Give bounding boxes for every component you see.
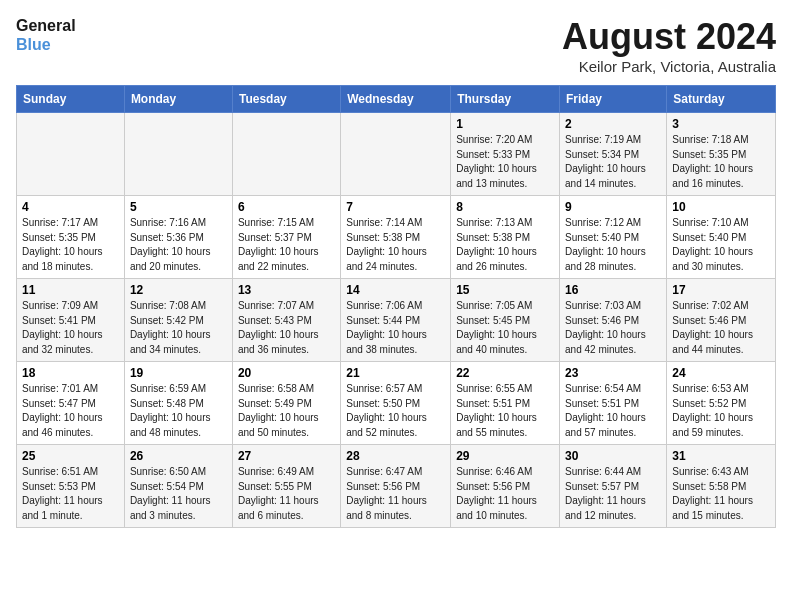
calendar-cell: 14Sunrise: 7:06 AM Sunset: 5:44 PM Dayli… xyxy=(341,279,451,362)
calendar-cell: 17Sunrise: 7:02 AM Sunset: 5:46 PM Dayli… xyxy=(667,279,776,362)
calendar-cell: 3Sunrise: 7:18 AM Sunset: 5:35 PM Daylig… xyxy=(667,113,776,196)
calendar-cell: 31Sunrise: 6:43 AM Sunset: 5:58 PM Dayli… xyxy=(667,445,776,528)
day-info: Sunrise: 7:12 AM Sunset: 5:40 PM Dayligh… xyxy=(565,216,661,274)
week-row-1: 1Sunrise: 7:20 AM Sunset: 5:33 PM Daylig… xyxy=(17,113,776,196)
day-info: Sunrise: 6:54 AM Sunset: 5:51 PM Dayligh… xyxy=(565,382,661,440)
day-info: Sunrise: 7:10 AM Sunset: 5:40 PM Dayligh… xyxy=(672,216,770,274)
day-number: 30 xyxy=(565,449,661,463)
day-number: 14 xyxy=(346,283,445,297)
day-number: 19 xyxy=(130,366,227,380)
calendar-cell: 13Sunrise: 7:07 AM Sunset: 5:43 PM Dayli… xyxy=(232,279,340,362)
day-info: Sunrise: 7:14 AM Sunset: 5:38 PM Dayligh… xyxy=(346,216,445,274)
day-number: 23 xyxy=(565,366,661,380)
logo-line1: General xyxy=(16,16,76,35)
header-day-wednesday: Wednesday xyxy=(341,86,451,113)
day-info: Sunrise: 7:01 AM Sunset: 5:47 PM Dayligh… xyxy=(22,382,119,440)
title-area: August 2024 Keilor Park, Victoria, Austr… xyxy=(562,16,776,75)
calendar-table: SundayMondayTuesdayWednesdayThursdayFrid… xyxy=(16,85,776,528)
logo-line2: Blue xyxy=(16,35,76,54)
day-info: Sunrise: 7:15 AM Sunset: 5:37 PM Dayligh… xyxy=(238,216,335,274)
calendar-cell: 25Sunrise: 6:51 AM Sunset: 5:53 PM Dayli… xyxy=(17,445,125,528)
month-title: August 2024 xyxy=(562,16,776,58)
day-number: 15 xyxy=(456,283,554,297)
day-info: Sunrise: 7:03 AM Sunset: 5:46 PM Dayligh… xyxy=(565,299,661,357)
day-info: Sunrise: 7:18 AM Sunset: 5:35 PM Dayligh… xyxy=(672,133,770,191)
day-info: Sunrise: 6:44 AM Sunset: 5:57 PM Dayligh… xyxy=(565,465,661,523)
calendar-cell: 30Sunrise: 6:44 AM Sunset: 5:57 PM Dayli… xyxy=(560,445,667,528)
day-info: Sunrise: 6:51 AM Sunset: 5:53 PM Dayligh… xyxy=(22,465,119,523)
day-number: 26 xyxy=(130,449,227,463)
calendar-cell xyxy=(124,113,232,196)
day-number: 1 xyxy=(456,117,554,131)
day-number: 2 xyxy=(565,117,661,131)
day-number: 10 xyxy=(672,200,770,214)
calendar-cell: 23Sunrise: 6:54 AM Sunset: 5:51 PM Dayli… xyxy=(560,362,667,445)
day-info: Sunrise: 6:50 AM Sunset: 5:54 PM Dayligh… xyxy=(130,465,227,523)
day-info: Sunrise: 7:19 AM Sunset: 5:34 PM Dayligh… xyxy=(565,133,661,191)
calendar-cell: 24Sunrise: 6:53 AM Sunset: 5:52 PM Dayli… xyxy=(667,362,776,445)
day-number: 29 xyxy=(456,449,554,463)
day-number: 6 xyxy=(238,200,335,214)
day-number: 3 xyxy=(672,117,770,131)
day-number: 7 xyxy=(346,200,445,214)
calendar-cell: 20Sunrise: 6:58 AM Sunset: 5:49 PM Dayli… xyxy=(232,362,340,445)
day-info: Sunrise: 7:05 AM Sunset: 5:45 PM Dayligh… xyxy=(456,299,554,357)
header-day-tuesday: Tuesday xyxy=(232,86,340,113)
day-info: Sunrise: 6:43 AM Sunset: 5:58 PM Dayligh… xyxy=(672,465,770,523)
week-row-5: 25Sunrise: 6:51 AM Sunset: 5:53 PM Dayli… xyxy=(17,445,776,528)
calendar-cell: 19Sunrise: 6:59 AM Sunset: 5:48 PM Dayli… xyxy=(124,362,232,445)
day-number: 9 xyxy=(565,200,661,214)
day-number: 13 xyxy=(238,283,335,297)
day-number: 27 xyxy=(238,449,335,463)
day-number: 28 xyxy=(346,449,445,463)
header-day-saturday: Saturday xyxy=(667,86,776,113)
day-number: 12 xyxy=(130,283,227,297)
day-info: Sunrise: 6:59 AM Sunset: 5:48 PM Dayligh… xyxy=(130,382,227,440)
day-info: Sunrise: 7:02 AM Sunset: 5:46 PM Dayligh… xyxy=(672,299,770,357)
header-day-monday: Monday xyxy=(124,86,232,113)
calendar-cell: 16Sunrise: 7:03 AM Sunset: 5:46 PM Dayli… xyxy=(560,279,667,362)
day-info: Sunrise: 6:58 AM Sunset: 5:49 PM Dayligh… xyxy=(238,382,335,440)
day-info: Sunrise: 7:16 AM Sunset: 5:36 PM Dayligh… xyxy=(130,216,227,274)
calendar-cell: 7Sunrise: 7:14 AM Sunset: 5:38 PM Daylig… xyxy=(341,196,451,279)
header-day-thursday: Thursday xyxy=(451,86,560,113)
calendar-cell xyxy=(341,113,451,196)
calendar-cell: 26Sunrise: 6:50 AM Sunset: 5:54 PM Dayli… xyxy=(124,445,232,528)
day-number: 5 xyxy=(130,200,227,214)
calendar-cell: 29Sunrise: 6:46 AM Sunset: 5:56 PM Dayli… xyxy=(451,445,560,528)
day-number: 16 xyxy=(565,283,661,297)
calendar-cell: 4Sunrise: 7:17 AM Sunset: 5:35 PM Daylig… xyxy=(17,196,125,279)
calendar-cell: 9Sunrise: 7:12 AM Sunset: 5:40 PM Daylig… xyxy=(560,196,667,279)
day-info: Sunrise: 7:20 AM Sunset: 5:33 PM Dayligh… xyxy=(456,133,554,191)
calendar-cell: 28Sunrise: 6:47 AM Sunset: 5:56 PM Dayli… xyxy=(341,445,451,528)
header-day-sunday: Sunday xyxy=(17,86,125,113)
day-number: 8 xyxy=(456,200,554,214)
calendar-cell: 27Sunrise: 6:49 AM Sunset: 5:55 PM Dayli… xyxy=(232,445,340,528)
calendar-cell: 2Sunrise: 7:19 AM Sunset: 5:34 PM Daylig… xyxy=(560,113,667,196)
header-row: SundayMondayTuesdayWednesdayThursdayFrid… xyxy=(17,86,776,113)
calendar-cell: 21Sunrise: 6:57 AM Sunset: 5:50 PM Dayli… xyxy=(341,362,451,445)
day-info: Sunrise: 6:49 AM Sunset: 5:55 PM Dayligh… xyxy=(238,465,335,523)
day-info: Sunrise: 6:57 AM Sunset: 5:50 PM Dayligh… xyxy=(346,382,445,440)
calendar-cell xyxy=(232,113,340,196)
calendar-cell: 15Sunrise: 7:05 AM Sunset: 5:45 PM Dayli… xyxy=(451,279,560,362)
day-number: 31 xyxy=(672,449,770,463)
calendar-cell: 8Sunrise: 7:13 AM Sunset: 5:38 PM Daylig… xyxy=(451,196,560,279)
calendar-cell: 5Sunrise: 7:16 AM Sunset: 5:36 PM Daylig… xyxy=(124,196,232,279)
day-info: Sunrise: 7:17 AM Sunset: 5:35 PM Dayligh… xyxy=(22,216,119,274)
day-info: Sunrise: 7:09 AM Sunset: 5:41 PM Dayligh… xyxy=(22,299,119,357)
day-number: 24 xyxy=(672,366,770,380)
day-number: 4 xyxy=(22,200,119,214)
location-title: Keilor Park, Victoria, Australia xyxy=(562,58,776,75)
calendar-cell: 6Sunrise: 7:15 AM Sunset: 5:37 PM Daylig… xyxy=(232,196,340,279)
day-number: 21 xyxy=(346,366,445,380)
calendar-cell: 12Sunrise: 7:08 AM Sunset: 5:42 PM Dayli… xyxy=(124,279,232,362)
header: General Blue General Blue August 2024 Ke… xyxy=(16,16,776,75)
day-number: 17 xyxy=(672,283,770,297)
calendar-cell: 1Sunrise: 7:20 AM Sunset: 5:33 PM Daylig… xyxy=(451,113,560,196)
day-info: Sunrise: 6:47 AM Sunset: 5:56 PM Dayligh… xyxy=(346,465,445,523)
day-info: Sunrise: 7:13 AM Sunset: 5:38 PM Dayligh… xyxy=(456,216,554,274)
day-info: Sunrise: 6:46 AM Sunset: 5:56 PM Dayligh… xyxy=(456,465,554,523)
day-number: 20 xyxy=(238,366,335,380)
day-info: Sunrise: 7:06 AM Sunset: 5:44 PM Dayligh… xyxy=(346,299,445,357)
